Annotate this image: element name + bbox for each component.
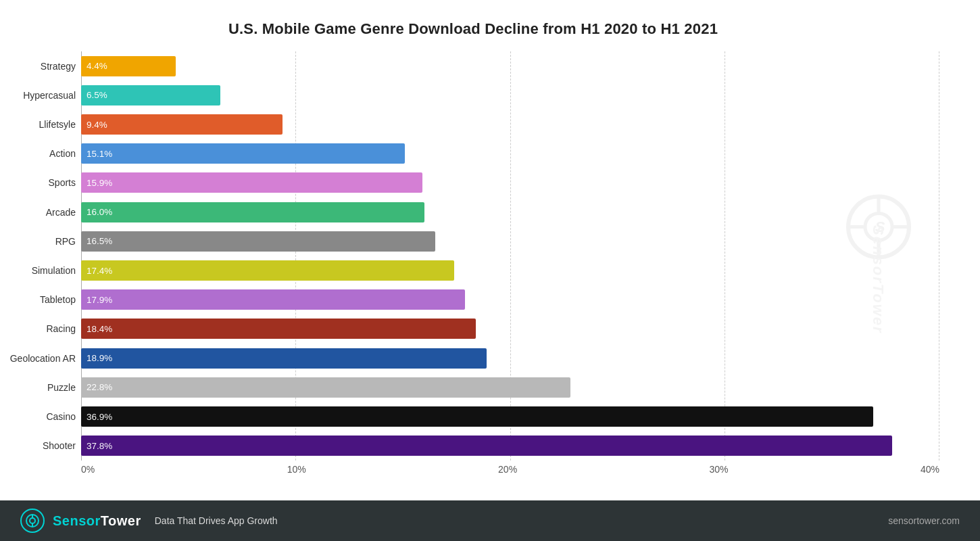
page-wrapper: S SensorTower U.S. Mobile Game Genre Dow… bbox=[0, 0, 980, 541]
bar-row-llifetsyle: 9.4% bbox=[81, 112, 939, 137]
bar-value-label: 15.9% bbox=[87, 178, 112, 188]
y-label-tabletop: Tabletop bbox=[7, 285, 76, 314]
x-axis: 0%10%20%30%40% bbox=[81, 461, 939, 481]
bar-value-label: 36.9% bbox=[87, 412, 112, 422]
y-label-geolocation-ar: Geolocation AR bbox=[7, 344, 76, 373]
footer-brand-tower: Tower bbox=[101, 513, 141, 528]
bar-action: 15.1% bbox=[81, 143, 405, 164]
svg-point-8 bbox=[30, 518, 35, 523]
bar-row-action: 15.1% bbox=[81, 141, 939, 166]
footer-brand-sensor: Sensor bbox=[53, 513, 101, 528]
y-label-shooter: Shooter bbox=[7, 431, 76, 460]
bar-value-label: 17.9% bbox=[87, 295, 112, 305]
y-label-hypercasual: Hypercasual bbox=[7, 81, 76, 110]
bar-llifetsyle: 9.4% bbox=[81, 114, 283, 135]
footer-tagline: Data That Drives App Growth bbox=[155, 515, 278, 526]
bar-value-label: 17.4% bbox=[87, 266, 112, 276]
bar-arcade: 16.0% bbox=[81, 202, 424, 222]
chart-title: U.S. Mobile Game Genre Download Decline … bbox=[7, 20, 939, 38]
y-label-sports: Sports bbox=[7, 168, 76, 197]
bar-puzzle: 22.8% bbox=[81, 377, 570, 398]
bar-geolocation-ar: 18.9% bbox=[81, 348, 487, 369]
bar-value-label: 6.5% bbox=[87, 90, 107, 100]
bar-hypercasual: 6.5% bbox=[81, 85, 220, 105]
sensortower-logo-icon bbox=[20, 509, 45, 533]
bar-sports: 15.9% bbox=[81, 172, 422, 193]
bar-row-simulation: 17.4% bbox=[81, 258, 939, 283]
y-label-racing: Racing bbox=[7, 314, 76, 343]
bar-value-label: 16.5% bbox=[87, 236, 112, 246]
bar-value-label: 16.0% bbox=[87, 207, 112, 217]
y-label-casino: Casino bbox=[7, 402, 76, 431]
bar-rpg: 16.5% bbox=[81, 231, 435, 252]
footer-left: SensorTower Data That Drives App Growth bbox=[20, 509, 278, 533]
bar-row-puzzle: 22.8% bbox=[81, 375, 939, 400]
y-label-puzzle: Puzzle bbox=[7, 373, 76, 402]
y-label-action: Action bbox=[7, 139, 76, 168]
bar-shooter: 37.8% bbox=[81, 436, 892, 456]
x-tick-2: 20% bbox=[498, 464, 517, 475]
bar-row-hypercasual: 6.5% bbox=[81, 83, 939, 108]
y-label-llifetsyle: Llifetsyle bbox=[7, 110, 76, 139]
x-tick-4: 40% bbox=[921, 464, 939, 475]
x-tick-0: 0% bbox=[81, 464, 95, 475]
bar-value-label: 22.8% bbox=[87, 382, 112, 392]
bar-value-label: 15.1% bbox=[87, 149, 112, 159]
bar-tabletop: 17.9% bbox=[81, 289, 465, 310]
bar-row-racing: 18.4% bbox=[81, 316, 939, 342]
bars-and-grid: 4.4%6.5%9.4%15.1%15.9%16.0%16.5%17.4%17.… bbox=[81, 51, 939, 481]
chart-body: StrategyHypercasualLlifetsyleActionSport… bbox=[7, 51, 939, 481]
bar-value-label: 4.4% bbox=[87, 61, 107, 71]
bar-row-tabletop: 17.9% bbox=[81, 287, 939, 312]
bar-row-arcade: 16.0% bbox=[81, 199, 939, 225]
bar-casino: 36.9% bbox=[81, 406, 873, 427]
x-tick-1: 10% bbox=[287, 464, 306, 475]
footer-url: sensortower.com bbox=[888, 515, 960, 526]
footer: SensorTower Data That Drives App Growth … bbox=[0, 500, 980, 541]
x-tick-3: 30% bbox=[710, 464, 729, 475]
y-label-rpg: RPG bbox=[7, 227, 76, 256]
bar-row-sports: 15.9% bbox=[81, 170, 939, 195]
bar-row-strategy: 4.4% bbox=[81, 53, 939, 79]
bar-strategy: 4.4% bbox=[81, 56, 176, 76]
y-label-strategy: Strategy bbox=[7, 52, 76, 80]
bar-row-geolocation-ar: 18.9% bbox=[81, 346, 939, 371]
bar-simulation: 17.4% bbox=[81, 260, 454, 281]
bar-row-rpg: 16.5% bbox=[81, 229, 939, 254]
bar-row-shooter: 37.8% bbox=[81, 433, 939, 458]
footer-brand: SensorTower bbox=[53, 513, 141, 529]
bar-value-label: 9.4% bbox=[87, 120, 107, 130]
bar-value-label: 37.8% bbox=[87, 441, 112, 451]
bar-racing: 18.4% bbox=[81, 319, 476, 339]
bar-value-label: 18.4% bbox=[87, 324, 112, 334]
y-label-simulation: Simulation bbox=[7, 256, 76, 285]
y-label-arcade: Arcade bbox=[7, 198, 76, 227]
bars-container: 4.4%6.5%9.4%15.1%15.9%16.0%16.5%17.4%17.… bbox=[81, 51, 939, 461]
bar-row-casino: 36.9% bbox=[81, 404, 939, 429]
y-labels: StrategyHypercasualLlifetsyleActionSport… bbox=[7, 51, 81, 481]
bar-value-label: 18.9% bbox=[87, 353, 112, 363]
chart-area: S SensorTower U.S. Mobile Game Genre Dow… bbox=[0, 0, 980, 500]
